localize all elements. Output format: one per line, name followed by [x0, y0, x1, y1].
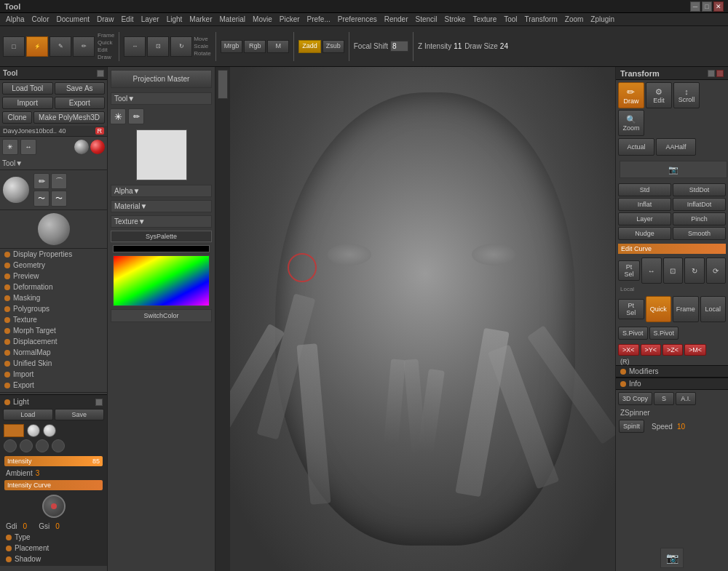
info-section[interactable]: Info [616, 378, 728, 390]
draw-square-btn[interactable]: □ [3, 36, 25, 57]
ai-btn[interactable]: A.I. [676, 392, 696, 405]
m-btn[interactable]: M [267, 40, 289, 53]
intensity-curve-btn[interactable]: Intensity Curve [4, 480, 103, 490]
move-tool[interactable]: ↔ [20, 139, 36, 155]
brush-icon-4[interactable]: 〜 [51, 191, 67, 207]
light-shadow-item[interactable]: Shadow [1, 554, 106, 564]
menu-document[interactable]: Document [53, 15, 92, 23]
mrgb-btn[interactable]: Mrgb [221, 40, 243, 53]
menu-marker[interactable]: Marker [186, 15, 215, 23]
menu-prefe[interactable]: Prefe... [304, 15, 333, 23]
menu-light[interactable]: Light [164, 15, 186, 23]
tool-dropdown[interactable]: Tool▼ [111, 92, 212, 105]
spivot2-btn[interactable]: S.Pivot [649, 327, 679, 340]
right-panel-close[interactable] [716, 70, 724, 77]
right-panel-pin[interactable] [708, 70, 715, 77]
scroll-indicator[interactable] [218, 70, 228, 99]
edit-nav-btn[interactable]: ⚙ Edit [646, 82, 672, 108]
viewport[interactable] [215, 67, 615, 571]
quick-btn[interactable]: ⚡ [26, 36, 48, 57]
zadd-btn[interactable]: Zadd [298, 40, 321, 53]
m-axis-btn[interactable]: >M< [684, 344, 706, 356]
light-icon-3[interactable] [4, 439, 17, 452]
window-minimize[interactable]: ─ [690, 1, 700, 12]
color-gradient-picker[interactable] [113, 255, 209, 306]
draw-nav-btn[interactable]: ✏ Draw [618, 82, 644, 108]
aahalf-nav-btn[interactable]: AAHalf [656, 138, 696, 156]
spivot-btn[interactable]: S.Pivot [618, 327, 648, 340]
load-tool-btn[interactable]: Load Tool [2, 82, 53, 95]
local2-icon-btn[interactable]: Local [700, 296, 726, 322]
draw-btn[interactable]: ✏ [73, 36, 95, 57]
brush-icon-2[interactable]: ⌒ [51, 173, 67, 189]
menu-item-unified-skin[interactable]: Unified Skin [0, 358, 107, 369]
stddot-btn[interactable]: StdDot [673, 183, 726, 196]
frame-icon-btn[interactable]: Frame [673, 296, 698, 322]
menu-picker[interactable]: Picker [277, 15, 303, 23]
menu-alpha[interactable]: Alpha [3, 15, 28, 23]
menu-item-import[interactable]: Import [0, 369, 107, 380]
tool-label-dropdown[interactable]: Tool▼ [2, 159, 23, 167]
pt-sel2-btn[interactable]: Pt Sel [618, 299, 644, 319]
menu-zoom[interactable]: Transform [522, 15, 561, 23]
zoom-nav-btn[interactable]: 🔍 Zoom [618, 110, 644, 136]
menu-texture[interactable]: Stroke [442, 15, 469, 23]
scale-icon-btn[interactable]: ⊡ [663, 257, 684, 284]
export-btn[interactable]: Export [55, 97, 106, 109]
rgb-btn[interactable]: Rgb [244, 40, 266, 53]
focal-shift-input[interactable] [390, 41, 408, 52]
spinit-btn[interactable]: SpinIt [619, 420, 644, 433]
y-axis-btn[interactable]: >Y< [641, 344, 662, 356]
light-placement-item[interactable]: Placement [1, 543, 106, 554]
camera-btn[interactable]: 📷 [620, 161, 727, 178]
scale-btn-tb[interactable]: ⊡ [147, 36, 169, 57]
menu-item-deformation[interactable]: Deformation [0, 281, 107, 292]
clone-btn[interactable]: Clone [2, 111, 32, 124]
pinch-btn[interactable]: Pinch [673, 212, 726, 225]
syspalette-btn[interactable]: SysPalette [111, 231, 212, 242]
alpha-dropdown[interactable]: Alpha▼ [111, 185, 212, 197]
sphere-preview-tool[interactable] [74, 140, 89, 154]
menu-stencil[interactable]: Render [381, 15, 411, 23]
menu-render[interactable]: Preferences [335, 15, 380, 23]
light-icon-1[interactable] [27, 424, 40, 437]
texture-dropdown[interactable]: Texture▼ [111, 215, 212, 228]
make-polymesh3d-btn[interactable]: Make PolyMesh3D [33, 111, 105, 124]
spin-icon-btn[interactable]: ⟳ [706, 257, 727, 284]
std-btn[interactable]: Std [618, 183, 671, 196]
rotate-icon-btn[interactable]: ↻ [684, 257, 705, 284]
window-close[interactable]: ✕ [713, 1, 724, 12]
proj-brush-icon[interactable]: ✳ [110, 108, 126, 124]
menu-zplugin[interactable]: Zoom [562, 15, 587, 23]
move-btn-tb[interactable]: ↔ [124, 36, 146, 57]
menu-layer[interactable]: Layer [138, 15, 162, 23]
light-icon-5[interactable] [36, 439, 49, 452]
intensity-bar[interactable]: Intensity 85 [4, 456, 103, 466]
panel-pin-icon[interactable] [97, 70, 104, 77]
menu-tool[interactable]: Texture [470, 15, 499, 23]
light-section-title[interactable]: Light [1, 396, 106, 407]
menu-item-display-props[interactable]: Display Properties [0, 249, 107, 260]
menu-item-texture[interactable]: Texture [0, 314, 107, 325]
edit-btn[interactable]: ✎ [50, 36, 71, 57]
inflatdot-btn[interactable]: InflatDot [673, 198, 726, 211]
save-as-btn[interactable]: Save As [55, 82, 106, 95]
pt-sel-btn[interactable]: Pt Sel [618, 260, 640, 281]
menu-item-morph-target[interactable]: Morph Target [0, 325, 107, 336]
projection-master-btn[interactable]: Projection Master [111, 70, 212, 88]
3dcopy-btn[interactable]: 3D Copy [618, 392, 652, 405]
menu-item-displacement[interactable]: Displacement [0, 336, 107, 347]
snapshot-btn[interactable]: 📷 [660, 548, 684, 568]
light-orange-rect[interactable] [4, 424, 24, 437]
actual-nav-btn[interactable]: Actual [618, 138, 654, 156]
menu-item-preview[interactable]: Preview [0, 271, 107, 281]
menu-draw[interactable]: Draw [94, 15, 116, 23]
light-type-item[interactable]: Type [1, 532, 106, 543]
light-icon-6[interactable] [52, 439, 65, 452]
menu-zscript[interactable]: Zplugin [587, 15, 617, 23]
menu-item-normalmap[interactable]: NormalMap [0, 347, 107, 358]
nudge-btn[interactable]: Nudge [618, 227, 671, 240]
snowflake-tool[interactable]: ✳ [2, 139, 18, 155]
menu-item-export[interactable]: Export [0, 380, 107, 391]
edit-curve-btn[interactable]: Edit Curve [618, 244, 726, 254]
